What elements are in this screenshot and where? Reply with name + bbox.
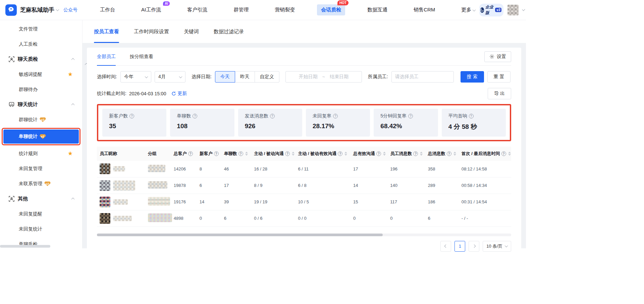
sidebar-item-unreplied-reminder[interactable]: 未回复提醒 <box>0 206 82 221</box>
sort-carets-icon[interactable] <box>344 152 347 156</box>
sidebar-item-uncontacted-management[interactable]: 未联系管理v2 <box>0 176 82 191</box>
tab-keywords[interactable]: 关键词 <box>184 20 199 43</box>
nav-item-session-qc[interactable]: 会话质检HOT <box>317 4 345 15</box>
col-active-passive-effective-comm[interactable]: 主动 / 被动有效沟通? <box>295 147 351 161</box>
help-icon[interactable]: ? <box>285 151 290 156</box>
date-range-input[interactable]: 开始日期 ~ 结束日期 <box>285 71 362 83</box>
nav-item-more[interactable]: 更多 <box>457 4 479 15</box>
cell-active-passive-effective-comm[interactable]: 6 / 8 <box>295 177 351 194</box>
cell-active-passive-effective-comm[interactable]: 10 / 5 <box>295 194 351 210</box>
official-account-link[interactable]: 公众号 <box>63 7 77 13</box>
prev-page-button[interactable] <box>440 241 451 252</box>
sidebar-item-manual-qc[interactable]: 人工质检 <box>0 37 82 52</box>
cell-new-customers[interactable]: 6 <box>197 177 221 194</box>
cell-single-chats[interactable]: 39 <box>221 194 252 210</box>
help-icon[interactable]: ? <box>188 151 193 156</box>
help-icon[interactable]: ? <box>413 151 418 156</box>
sort-carets-icon[interactable] <box>420 152 423 156</box>
user-menu-chevron-down-icon[interactable] <box>522 8 525 11</box>
cell-total-customers[interactable]: 19878 <box>171 177 197 194</box>
col-first-last-message-time[interactable]: 首次 / 最后消息时间? <box>459 147 511 161</box>
sidebar-item-single-chat-stats[interactable]: 单聊统计v2 <box>3 130 79 144</box>
sidebar-item-file-management[interactable]: 文件管理 <box>0 21 82 37</box>
col-total-messages[interactable]: 总消息数? <box>425 147 459 161</box>
sidebar-item-sensitive-words[interactable]: 敏感词提醒★ <box>0 67 82 82</box>
subtab-view-by-group[interactable]: 按分组查看 <box>130 48 153 65</box>
col-employee-messages[interactable]: 员工消息数? <box>387 147 425 161</box>
sidebar-scrollbar[interactable] <box>0 245 50 248</box>
sidebar-item-unreplied-management[interactable]: 未回复管理 <box>0 161 82 176</box>
tab-view-by-employee[interactable]: 按员工查看 <box>94 20 119 43</box>
tab-data-filter-records[interactable]: 数据过滤记录 <box>214 20 244 43</box>
nav-item-data-interchange[interactable]: 数据互通 <box>363 4 391 15</box>
cell-new-customers[interactable]: 14 <box>197 194 221 210</box>
col-single-chats[interactable]: 单聊数? <box>221 147 252 161</box>
date-option-yesterday[interactable]: 昨天 <box>235 71 255 83</box>
cell-active-passive-effective-comm[interactable]: 6 / 11 <box>295 161 351 177</box>
sort-carets-icon[interactable] <box>383 152 386 156</box>
refresh-link[interactable]: 更新 <box>171 91 187 97</box>
cell-single-chats[interactable]: 17 <box>221 177 252 194</box>
subtab-all-employees[interactable]: 全部员工 <box>97 48 116 65</box>
sidebar-item-group-chat-stats[interactable]: 群聊统计v2 <box>0 112 82 127</box>
horizontal-scrollbar-track[interactable] <box>97 234 511 236</box>
tab-working-hours-settings[interactable]: 工作时间段设置 <box>134 20 169 43</box>
sort-carets-icon[interactable] <box>292 152 294 156</box>
cell-total-customers[interactable]: 19176 <box>171 194 197 210</box>
sidebar-item-group-chat-todo[interactable]: 群聊待办 <box>0 82 82 97</box>
settings-button[interactable]: 设置 <box>484 51 511 62</box>
cell-single-chats[interactable]: 6 <box>221 210 252 226</box>
help-icon[interactable]: ? <box>214 151 219 156</box>
sort-carets-icon[interactable] <box>245 152 248 156</box>
reset-button[interactable]: 重 置 <box>487 71 511 83</box>
nav-item-sales-crm[interactable]: 销售CRM <box>410 4 439 15</box>
sidebar-section-others[interactable]: 其他 <box>0 191 82 206</box>
sidebar-section-chat-qc[interactable]: 聊天质检 <box>0 52 82 67</box>
help-icon[interactable]: ? <box>238 151 243 156</box>
sidebar-item-stats-rules[interactable]: 统计规则★ <box>0 146 82 161</box>
cell-active-passive-comm[interactable]: 8 / 9 <box>251 177 295 194</box>
cell-active-passive-comm[interactable]: 16 / 28 <box>251 161 295 177</box>
export-button[interactable]: 导 出 <box>488 88 511 99</box>
cell-single-chats[interactable]: 46 <box>221 161 252 177</box>
horizontal-scrollbar-thumb[interactable] <box>97 234 383 236</box>
sort-carets-icon[interactable] <box>453 152 456 156</box>
nav-item-ai-workflow[interactable]: AI工作流AI <box>137 4 165 15</box>
nav-item-marketing-fission[interactable]: 营销裂变 <box>271 4 299 15</box>
nav-item-customer-acquisition[interactable]: 客户引流 <box>183 4 211 15</box>
help-icon[interactable]: ? <box>469 114 474 118</box>
cell-active-passive-comm[interactable]: 0 / 6 <box>251 210 295 226</box>
help-icon[interactable]: ? <box>333 114 338 118</box>
cell-new-customers[interactable]: 0 <box>197 210 221 226</box>
next-page-button[interactable] <box>469 241 479 252</box>
nav-item-workbench[interactable]: 工作台 <box>96 4 119 15</box>
cell-new-customers[interactable]: 8 <box>197 161 221 177</box>
employee-select-input[interactable]: 请选择员工 <box>391 71 454 83</box>
page-size-select[interactable]: 10 条/页 <box>483 241 511 252</box>
help-icon[interactable]: ? <box>270 114 275 118</box>
help-icon[interactable]: ? <box>501 151 506 156</box>
search-button[interactable]: 搜 索 <box>461 71 484 83</box>
help-icon[interactable]: ? <box>376 151 381 156</box>
help-icon[interactable]: ? <box>338 151 342 156</box>
year-select[interactable]: 今年 <box>120 71 151 83</box>
col-total-effective-comm[interactable]: 总有效沟通? <box>351 147 387 161</box>
page-number-button[interactable]: 1 <box>454 241 465 252</box>
cell-active-passive-effective-comm[interactable]: 0 / 0 <box>295 210 351 226</box>
help-icon[interactable]: ? <box>447 151 451 156</box>
month-select[interactable]: 4月 <box>155 71 185 83</box>
date-option-custom[interactable]: 自定义 <box>255 71 279 83</box>
cell-total-customers[interactable]: 14206 <box>171 161 197 177</box>
cell-active-passive-comm[interactable]: 19 / 19 <box>251 194 295 210</box>
sidebar-item-unreplied-stats[interactable]: 未回复统计 <box>0 221 82 237</box>
sidebar-section-chat-stats[interactable]: 聊天统计 <box>0 97 82 112</box>
user-avatar[interactable] <box>507 5 518 15</box>
date-option-today[interactable]: 今天 <box>215 71 235 83</box>
nav-item-group-management[interactable]: 群管理 <box>229 4 253 15</box>
sort-carets-icon[interactable] <box>508 152 511 156</box>
help-icon[interactable]: ? <box>408 114 413 118</box>
help-icon[interactable]: ? <box>129 114 134 118</box>
brand-chevron-down-icon[interactable] <box>56 8 59 11</box>
app-logo[interactable] <box>5 4 17 16</box>
sidebar-item-single-chat-qc[interactable]: 单聊质检 <box>0 237 82 252</box>
